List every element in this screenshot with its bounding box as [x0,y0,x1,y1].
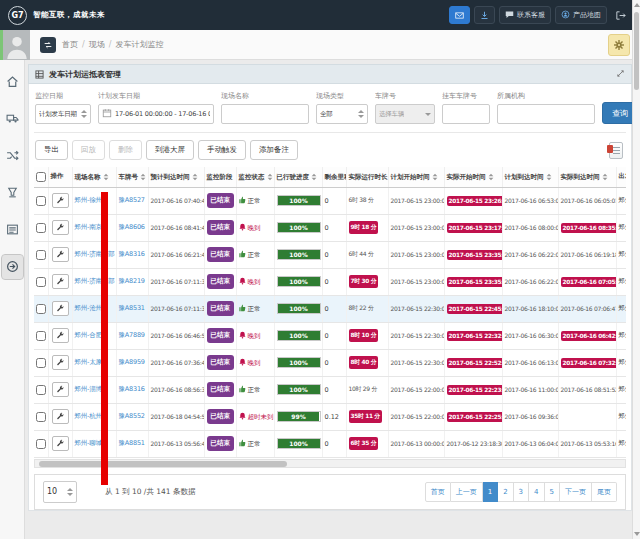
expand-panel-icon[interactable] [616,69,625,80]
page-button-5[interactable]: 4 [529,482,544,502]
column-header-actual-start[interactable]: 实际开始时间 [444,167,502,187]
row-checkbox[interactable] [36,196,46,206]
product-map-button[interactable]: 产品地图 [555,6,607,24]
sort-icon[interactable] [103,173,108,181]
row-checkbox[interactable] [36,412,46,422]
page-button-0[interactable]: 首页 [425,482,451,502]
site-link[interactable]: 郑州-济南一部 [75,250,115,258]
site-link[interactable]: 郑州-聊城 [75,439,102,447]
sidebar-item-home[interactable] [2,70,23,94]
page-button-1[interactable]: 上一页 [451,482,483,502]
export-button[interactable]: 导出 [35,140,68,160]
sidebar-item-station[interactable] [2,181,23,205]
site-link[interactable]: 郑州-合肥 [75,331,102,339]
horizontal-scrollbar-thumb[interactable] [39,461,287,467]
plate-link[interactable]: 豫A8552 [119,412,145,420]
column-header-progress[interactable]: 已行驶进度 [274,167,322,187]
column-header-duration[interactable]: 实际运行时长 [346,167,388,187]
plate-link[interactable]: 豫A8531 [119,304,145,312]
column-header-actual-arrive[interactable]: 实际到达时间 [558,167,616,187]
user-avatar[interactable] [0,30,30,60]
plate-link[interactable]: 豫A8219 [119,277,145,285]
row-checkbox[interactable] [36,250,46,260]
page-button-4[interactable]: 3 [514,482,529,502]
sort-icon[interactable] [312,173,317,181]
column-header-plate[interactable]: 车牌号 [116,167,148,187]
vertical-scrollbar[interactable] [632,0,640,539]
vehicle-no-select[interactable]: 选择车辆 [375,104,435,124]
settings-button[interactable] [608,34,630,56]
vertical-scrollbar-thumb[interactable] [634,12,639,90]
column-header-eta[interactable]: 预计到达时间 [148,167,204,187]
site-link[interactable]: 郑州-太原 [75,358,102,366]
contact-support-button[interactable]: 联系客服 [499,6,551,24]
site-link[interactable]: 郑州-南京 [75,223,102,231]
track-button[interactable] [52,328,69,343]
sidebar-item-departure-monitor[interactable] [2,255,23,279]
manual-trigger-button[interactable]: 手动触发 [198,140,246,160]
track-button[interactable] [52,193,69,208]
download-button[interactable] [474,6,495,24]
site-type-select[interactable]: 全部 [316,104,368,124]
page-size-select[interactable]: 10 [43,481,77,503]
breadcrumb-item[interactable]: 首页 [62,39,78,50]
arrival-screen-button[interactable]: 到港大屏 [146,140,194,160]
mail-button[interactable] [449,6,470,24]
plate-link[interactable]: 豫A8316 [119,250,145,258]
sort-icon[interactable] [546,173,551,181]
site-name-input[interactable] [221,104,309,124]
track-button[interactable] [52,247,69,262]
site-link[interactable]: 郑州-徐州 [75,196,102,204]
sort-icon[interactable] [192,173,197,181]
plate-link[interactable]: 豫A8316 [119,385,145,393]
column-header-plan-arrive[interactable]: 计划到达时间 [502,167,558,187]
page-button-6[interactable]: 5 [545,482,560,502]
row-checkbox[interactable] [36,304,46,314]
logout-icon[interactable] [615,6,626,25]
horizontal-scrollbar[interactable] [34,459,626,468]
sort-icon[interactable] [141,173,146,181]
track-button[interactable] [52,436,69,451]
sort-icon[interactable] [602,173,607,181]
plate-link[interactable]: 豫A8527 [119,196,145,204]
row-checkbox[interactable] [36,331,46,341]
page-button-2[interactable]: 1 [483,482,498,502]
plan-depart-date-input[interactable]: 17-06-01 00:00:00 - 17-06-16 00 [98,104,214,124]
column-header-stage[interactable]: 监控阶段 [204,167,236,187]
sort-icon[interactable] [488,173,493,181]
trailer-no-input[interactable] [442,104,490,124]
row-checkbox[interactable] [36,223,46,233]
page-button-7[interactable]: 下一页 [560,482,592,502]
scroll-up-arrow[interactable] [634,3,640,7]
plate-link[interactable]: 豫A7889 [119,331,145,339]
site-link[interactable]: 郑州-淄博 [75,385,102,393]
plate-link[interactable]: 豫A8959 [119,358,145,366]
export-excel-icon[interactable] [609,142,623,159]
site-link[interactable]: 郑州-沧州 [75,304,102,312]
sidebar-item-fleet[interactable] [2,107,23,131]
track-button[interactable] [52,355,69,370]
sidebar-item-dispatch[interactable] [2,144,23,168]
sort-icon[interactable] [267,173,272,181]
page-button-3[interactable]: 2 [498,482,513,502]
page-button-8[interactable]: 尾页 [592,482,617,502]
sort-icon[interactable] [432,173,437,181]
breadcrumb-item[interactable]: 现场 [89,39,105,50]
column-header-status[interactable]: 监控状态 [236,167,274,187]
track-button[interactable] [52,301,69,316]
row-checkbox[interactable] [36,358,46,368]
column-header-plan-start[interactable]: 计划开始时间 [388,167,444,187]
row-checkbox[interactable] [36,385,46,395]
column-header-site[interactable]: 现场名称 [72,167,116,187]
track-button[interactable] [52,220,69,235]
add-note-button[interactable]: 添加备注 [250,140,298,160]
sidebar-item-report-list[interactable] [2,218,23,242]
select-all-checkbox[interactable] [36,172,46,182]
track-button[interactable] [52,382,69,397]
monitor-date-select[interactable]: 计划发车日期 [35,104,91,124]
site-link[interactable]: 郑州-济南二部 [75,277,115,285]
column-header-remaining[interactable]: 剩余里程 [322,167,346,187]
site-link[interactable]: 郑州-杭州 [75,412,102,420]
plate-link[interactable]: 豫A8851 [119,439,145,447]
row-checkbox[interactable] [36,277,46,287]
